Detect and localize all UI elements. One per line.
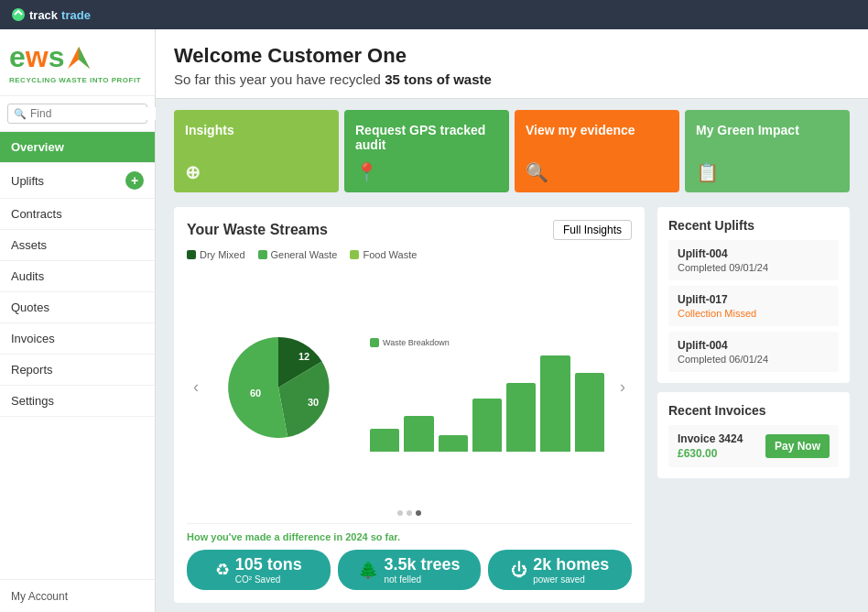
sidebar-bottom: My Account [0,579,155,612]
quick-link-green-impact[interactable]: My Green Impact 📋 [685,110,850,192]
pie-chart: 12 30 60 [214,323,361,452]
topbar-logo: tracktrade [11,7,91,22]
bar-6 [540,355,570,452]
my-account-link[interactable]: My Account [11,590,68,603]
tree-icon: 🌲 [358,560,378,580]
impact-cards: ♻ 105 tons CO² Saved 🌲 3.5k trees not fe… [187,550,632,590]
homes-label: power saved [533,574,609,585]
recycle-icon: ♻ [215,560,230,580]
topbar: tracktrade [0,0,868,29]
co2-label: CO² Saved [235,574,302,585]
search-input[interactable] [30,107,168,120]
chart-dot-2[interactable] [407,510,412,516]
ws-charts: ‹ [187,269,632,505]
legend-food-waste: Food Waste [350,249,417,260]
recent-uplifts-title: Recent Uplifts [668,218,839,233]
ws-title: Your Waste Streams [187,222,328,238]
sidebar-item-label: Assets [11,238,47,252]
page-title: Welcome Customer One [174,44,850,68]
content-header: Welcome Customer One So far this year yo… [156,29,868,99]
sidebar-item-label: Quotes [11,301,49,314]
search-icon: 🔍 [14,108,27,120]
svg-marker-2 [79,47,90,69]
search-icon: 🔍 [526,161,668,183]
legend-dot-dry-mixed [187,250,196,259]
uplift-item-3: Uplift-004 Completed 06/01/24 [668,332,839,372]
sidebar-item-audits[interactable]: Audits [0,261,155,292]
chart-dot-3[interactable] [416,510,421,516]
invoice-id: Invoice 3424 [678,432,743,445]
brand-s: s [49,40,65,74]
quick-link-evidence[interactable]: View my evidence 🔍 [515,110,679,192]
sidebar-nav: Overview Uplifts + Contracts Assets Audi… [0,132,155,579]
ws-legend: Dry Mixed General Waste Food Waste [187,249,632,260]
legend-dot-food [350,250,359,259]
sidebar-item-uplifts[interactable]: Uplifts + [0,163,155,199]
uplift-status-3: Completed 06/01/24 [678,354,830,365]
impact-trees: 🌲 3.5k trees not felled [338,550,482,590]
homes-number: 2k homes [533,555,609,574]
sidebar-item-assets[interactable]: Assets [0,230,155,261]
bar-chart-legend: Waste Breakdown [370,338,604,347]
next-chart-button[interactable]: › [613,377,632,397]
sidebar-item-label: Reports [11,363,53,377]
trees-number: 3.5k trees [384,555,460,574]
bar-4 [472,399,502,451]
pay-now-button[interactable]: Pay Now [765,434,830,458]
list-icon: 📋 [696,161,839,183]
trees-label: not felled [384,574,460,585]
uplift-item-2: Uplift-017 Collection Missed [668,286,839,326]
recent-invoices-title: Recent Invoices [668,403,839,418]
sidebar-item-contracts[interactable]: Contracts [0,199,155,230]
content-body: Your Waste Streams Full Insights Dry Mix… [156,198,868,612]
quick-link-label: View my evidence [526,123,668,137]
uplift-item-1: Uplift-004 Completed 09/01/24 [668,240,839,280]
sidebar-search: 🔍 ▾ [0,96,155,132]
recent-invoices-section: Recent Invoices Invoice 3424 £630.00 Pay… [657,392,850,478]
prev-chart-button[interactable]: ‹ [187,377,205,397]
quick-link-label: Request GPS tracked audit [355,123,498,152]
quick-links: Insights ⊕ Request GPS tracked audit 📍 V… [156,99,868,198]
impact-co2: ♻ 105 tons CO² Saved [187,550,331,590]
difference-text: How you've made a difference in 2024 so … [187,531,632,542]
full-insights-button[interactable]: Full Insights [553,220,632,240]
plus-circle-icon: ⊕ [185,161,328,183]
subtitle: So far this year you have recycled 35 to… [174,71,850,87]
subtitle-bold: 35 tons of waste [385,71,492,87]
chart-dot-1[interactable] [397,510,403,516]
legend-label: General Waste [271,249,338,260]
sidebar-item-overview[interactable]: Overview [0,132,155,163]
brand-e: e [9,40,26,74]
svg-text:12: 12 [298,351,309,362]
sidebar-item-label: Uplifts [11,174,44,188]
legend-label: Dry Mixed [200,249,245,260]
invoice-info: Invoice 3424 £630.00 [678,432,743,460]
sidebar-item-reports[interactable]: Reports [0,355,155,386]
bar-chart: Waste Breakdown [370,323,604,452]
bar-7 [575,373,604,452]
right-panel: Recent Uplifts Uplift-004 Completed 09/0… [657,207,850,603]
quick-link-label: Insights [185,123,328,137]
difference-section: How you've made a difference in 2024 so … [187,523,632,590]
sidebar-item-label: Invoices [11,332,55,345]
legend-dry-mixed: Dry Mixed [187,249,245,260]
brand-tagline: Recycling Waste Into Profit [9,76,146,84]
bar-5 [506,383,536,452]
sidebar-item-label: Contracts [11,207,62,221]
uplift-id-3: Uplift-004 [678,339,830,352]
uplift-status-2: Collection Missed [678,308,830,319]
sidebar-item-quotes[interactable]: Quotes [0,292,155,323]
quick-link-gps-audit[interactable]: Request GPS tracked audit 📍 [344,110,509,192]
quick-link-insights[interactable]: Insights ⊕ [174,110,339,192]
subtitle-before: So far this year you have recycled [174,71,385,87]
sidebar-item-invoices[interactable]: Invoices [0,323,155,355]
sidebar-item-settings[interactable]: Settings [0,386,155,417]
location-icon: 📍 [355,161,498,183]
bar-3 [439,435,468,452]
sidebar: e w s Recycling Waste Into Profit 🔍 ▾ [0,29,156,612]
uplift-id-2: Uplift-017 [678,293,830,306]
uplift-status-1: Completed 09/01/24 [678,262,830,273]
bar-legend-label: Waste Breakdown [383,338,450,347]
legend-general-waste: General Waste [258,249,338,260]
bar-legend-dot [370,338,379,347]
